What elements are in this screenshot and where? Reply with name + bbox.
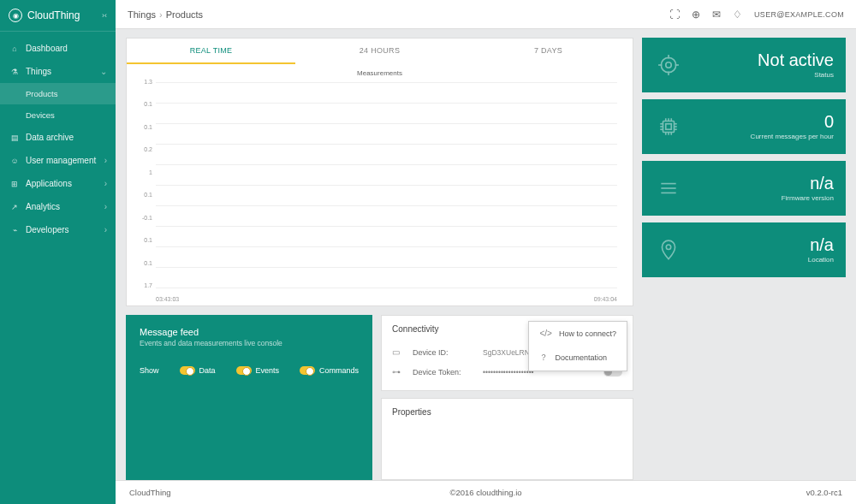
y-tick: 1.3 <box>132 79 152 85</box>
x-tick: 03:43:03 <box>156 296 179 302</box>
brand-logo-icon: ◉ <box>9 9 22 22</box>
y-tick: 0.1 <box>132 237 152 243</box>
connectivity-card: Connectivity ▭Device ID:SgD3XUeLRNKiqmur… <box>381 315 633 391</box>
sidebar-item-developers[interactable]: ⌁Developers <box>0 218 116 241</box>
breadcrumb-item[interactable]: Products <box>166 9 203 20</box>
feed-title: Message feed <box>140 327 359 337</box>
user-email[interactable]: USER@EXAMPLE.COM <box>754 10 844 19</box>
y-tick: 0.1 <box>132 260 152 266</box>
tab-real-time[interactable]: REAL TIME <box>127 39 295 64</box>
feed-toggles: Show DataEventsCommands <box>140 366 359 375</box>
toggle-commands[interactable]: Commands <box>300 366 359 375</box>
feed-show-label: Show <box>140 366 159 375</box>
bell-icon[interactable]: ♢ <box>733 9 742 21</box>
nav-icon: ⌂ <box>10 44 19 53</box>
chart-tabs: REAL TIME24 HOURS7 DAYS <box>127 39 633 64</box>
svg-point-23 <box>666 245 670 249</box>
sidebar-item-things[interactable]: ⚗Things <box>0 60 116 83</box>
switch-icon <box>180 366 195 375</box>
footer-brand: CloudThing <box>129 488 171 497</box>
nav-icon: ⚗ <box>10 68 19 76</box>
help-icon: ？ <box>539 352 548 364</box>
list-icon <box>654 174 683 203</box>
how-to-connect-item[interactable]: </> How to connect? <box>529 322 627 345</box>
nav-icon: ▤ <box>10 133 19 142</box>
breadcrumb-item[interactable]: Things <box>128 9 156 20</box>
chart-grid <box>156 82 617 288</box>
x-axis: 03:43:03 09:43:04 <box>156 296 617 302</box>
chart-title: Measurements <box>127 64 633 79</box>
help-popup: </> How to connect? ？ Documentation <box>528 321 627 371</box>
sidebar-subitem-products[interactable]: Products <box>0 83 116 104</box>
sidebar-item-data-archive[interactable]: ▤Data archive <box>0 126 116 149</box>
nav-icon: ☺ <box>10 157 19 165</box>
fullscreen-icon[interactable]: ⛶ <box>669 9 680 21</box>
y-tick: -0.1 <box>132 215 152 221</box>
sidebar-item-user-management[interactable]: ☺User management <box>0 149 116 172</box>
topbar: Things › Products ⛶ ⊕ ✉ ♢ USER@EXAMPLE.C… <box>116 0 856 29</box>
svg-point-1 <box>666 62 672 68</box>
toggle-data[interactable]: Data <box>180 366 216 375</box>
y-tick: 1.7 <box>132 282 152 288</box>
collapse-sidebar-icon[interactable]: ›‹ <box>102 11 107 20</box>
status-tiles: Not activeStatus0Current messages per ho… <box>642 38 846 480</box>
chart-card: REAL TIME24 HOURS7 DAYS Measurements 1.3… <box>126 38 633 306</box>
brand[interactable]: ◉ CloudThing ›‹ <box>0 0 116 32</box>
pin-icon <box>654 235 683 264</box>
sidebar-item-analytics[interactable]: ↗Analytics <box>0 195 116 218</box>
chart-body: 1.30.10.10.210.1-0.10.10.11.7 03:43:03 0… <box>127 79 633 305</box>
properties-card: Properties <box>381 398 633 480</box>
footer-version: v0.2.0-rc1 <box>806 488 842 497</box>
properties-title: Properties <box>392 407 431 417</box>
tile-firmware[interactable]: n/aFirmware version <box>642 161 846 216</box>
sidebar-item-dashboard[interactable]: ⌂Dashboard <box>0 37 116 60</box>
y-tick: 0.2 <box>132 146 152 152</box>
tile-current[interactable]: 0Current messages per hour <box>642 99 846 154</box>
documentation-item[interactable]: ？ Documentation <box>529 345 627 371</box>
tab-24-hours[interactable]: 24 HOURS <box>295 39 464 64</box>
mail-icon[interactable]: ✉ <box>712 9 721 21</box>
sidebar: ◉ CloudThing ›‹ ⌂Dashboard⚗ThingsProduct… <box>0 0 116 504</box>
breadcrumb: Things › Products <box>128 9 203 20</box>
tab-7-days[interactable]: 7 DAYS <box>464 39 633 64</box>
tile-status[interactable]: Not activeStatus <box>642 38 846 92</box>
chip-icon <box>654 112 683 141</box>
y-axis: 1.30.10.10.210.1-0.10.10.11.7 <box>132 79 152 288</box>
footer-copyright: ©2016 cloudthing.io <box>449 488 521 497</box>
sidebar-item-applications[interactable]: ⊞Applications <box>0 172 116 195</box>
switch-icon <box>236 366 252 375</box>
target-icon <box>654 50 683 80</box>
sidebar-subitem-devices[interactable]: Devices <box>0 104 116 126</box>
switch-icon <box>300 366 315 375</box>
svg-point-0 <box>661 57 675 72</box>
y-tick: 0.1 <box>132 192 152 198</box>
globe-icon[interactable]: ⊕ <box>692 9 700 21</box>
nav-icon: ⌁ <box>10 226 19 234</box>
y-tick: 0.1 <box>132 101 152 107</box>
tile-location[interactable]: n/aLocation <box>642 222 846 277</box>
row-icon: ⊶ <box>392 367 404 377</box>
nav: ⌂Dashboard⚗ThingsProductsDevices▤Data ar… <box>0 32 116 241</box>
toggle-events[interactable]: Events <box>236 366 280 375</box>
nav-icon: ↗ <box>10 203 19 211</box>
y-tick: 1 <box>132 169 152 175</box>
breadcrumb-sep: › <box>159 9 163 20</box>
feed-subtitle: Events and data measurements live consol… <box>140 339 359 347</box>
svg-rect-7 <box>666 124 672 130</box>
code-icon: </> <box>539 329 551 338</box>
y-tick: 0.1 <box>132 124 152 130</box>
svg-rect-6 <box>663 122 675 133</box>
footer: CloudThing ©2016 cloudthing.io v0.2.0-rc… <box>116 480 856 504</box>
x-tick: 09:43:04 <box>594 296 617 302</box>
row-icon: ▭ <box>392 347 404 357</box>
message-feed-card: Message feed Events and data measurement… <box>126 315 372 480</box>
nav-icon: ⊞ <box>10 180 19 188</box>
brand-name: CloudThing <box>27 9 80 21</box>
